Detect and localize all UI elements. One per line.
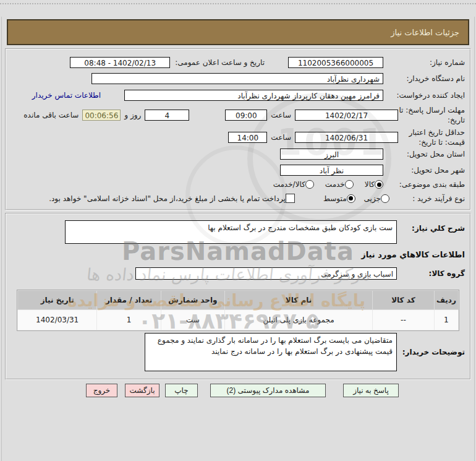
radio-goods[interactable] [375,180,383,189]
back-button[interactable]: بازگشت [125,384,159,397]
price-validity-label: حداقل تاریخ اعتبار قیمت: تا تاریخ: [398,127,465,147]
deadline-date-field[interactable]: 1402/02/17 [295,110,398,121]
deadline-days-label: روز و [124,111,141,119]
deadline-label: مهلت ارسال پاسخ: تا تاریخ: [398,105,465,125]
radio-goods-service[interactable] [305,180,314,189]
buyer-notes-field[interactable]: متقاضیان می بایست برگ استعلام بها را در … [145,333,397,371]
deadline-hour-label: ساعت [271,111,291,119]
cell-need-date: 1402/03/31 [18,310,97,330]
need-desc-label: شرح كلي نیاز: [397,220,465,233]
goods-table-header-row: ردیف کد کالا نام کالا واحد شمارش تعداد /… [18,291,459,310]
treasury-checkbox[interactable] [286,194,295,203]
city-field[interactable]: نظر آباد [280,165,383,176]
need-info-panel: شماره نیاز: 1102005366000005 تاریخ و ساع… [5,48,471,210]
goods-table: ردیف کد کالا نام کالا واحد شمارش تعداد /… [17,290,459,331]
cell-row-number: 1 [434,310,458,330]
col-count-unit: واحد شمارش [161,291,224,310]
goods-info-heading: اطلاعات کالاهاي مورد نیاز [361,250,465,259]
top-dotted-divider [0,3,476,4]
announce-label: تاریخ و ساعت اعلان عمومی: [175,58,265,67]
col-quantity: تعداد / مقدار [97,291,161,310]
respond-button[interactable]: پاسخ به نیاز [343,384,399,397]
col-row-number: ردیف [434,291,458,310]
buyer-notes-label: توضیحات خریدار: [397,348,465,356]
need-desc-field[interactable]: ست بازی کودکان طبق مشخصات مندرج در برگ ا… [65,220,397,244]
col-goods-code: کد کالا [372,291,434,310]
exit-button[interactable]: خروج [86,384,117,397]
radio-minor-label: جزیی [364,194,381,203]
process-type-label: نوع فرآیند خرید : [389,194,465,203]
city-label: شهر محل تحویل: [383,166,465,174]
radio-service[interactable] [345,180,354,189]
cell-quantity: 1 [97,310,161,330]
need-number-label: شماره نیاز: [383,58,465,67]
goods-group-field[interactable]: اسباب بازی و سرگرمی [135,267,397,280]
deadline-hour-field[interactable]: 09:00 [225,110,267,121]
cell-goods-code: -- [372,310,434,330]
radio-service-label: خدمت [325,180,345,189]
col-goods-name: نام کالا [225,291,373,310]
radio-minor[interactable] [381,194,389,203]
price-validity-hour-label: ساعت [271,133,291,142]
page-title: جزئیات اطلاعات نیاز [391,28,459,37]
col-need-date: تاریخ نیاز [18,291,97,310]
need-number-field[interactable]: 1102005366000005 [288,57,383,68]
province-field[interactable]: البرز [280,149,383,160]
creator-field[interactable]: فرامرز مهین دهقان کارپرداز شهرداری نظرآب… [124,90,383,101]
creator-label: ایجاد کننده درخواست: [383,91,465,100]
buyer-contact-link[interactable]: اطلاعات تماس خریدار [32,91,101,100]
goods-group-label: گروه کالا: [397,269,465,278]
classification-label: طبقه بندی موضوعی: [383,180,465,189]
action-button-row: پاسخ به نیاز مشاهده مدارک پیوستی (2) چاپ… [80,384,399,397]
goods-table-row[interactable]: 1 -- مجموعه بازی پلی اتیلن ست 1 1402/03/… [18,310,459,330]
goods-panel: شرح كلي نیاز: ست بازی کودکان طبق مشخصات … [5,213,471,380]
cell-count-unit: ست [161,310,224,330]
buyer-org-field[interactable]: شهرداری نظرآباد [91,73,383,84]
view-attachments-button[interactable]: مشاهده مدارک پیوستی (2) [210,384,326,397]
countdown-timer: 00:06:56 [82,110,121,121]
radio-goods-service-label: کالا/خدمت [273,180,305,189]
buyer-org-label: نام دستگاه خریدار: [383,74,465,83]
price-validity-date-field[interactable]: 1402/06/31 [295,132,398,143]
radio-medium[interactable] [347,194,355,203]
deadline-days-field[interactable]: 4 [145,110,189,121]
radio-medium-label: متوسط [323,194,347,203]
page-title-bar: جزئیات اطلاعات نیاز [7,19,469,45]
print-button[interactable]: چاپ [165,384,198,397]
treasury-note: پرداخت تمام یا بخشی از مبلغ خرید،از محل … [49,194,286,203]
countdown-label: ساعت باقی مانده [23,111,79,119]
province-label: استان محل تحویل: [383,150,465,158]
cell-goods-name: مجموعه بازی پلی اتیلن [225,310,373,330]
announce-field[interactable]: 08:48 - 1402/02/13 [70,57,170,68]
price-validity-hour-field[interactable]: 14:00 [228,132,267,143]
radio-goods-label: کالا [365,180,375,189]
